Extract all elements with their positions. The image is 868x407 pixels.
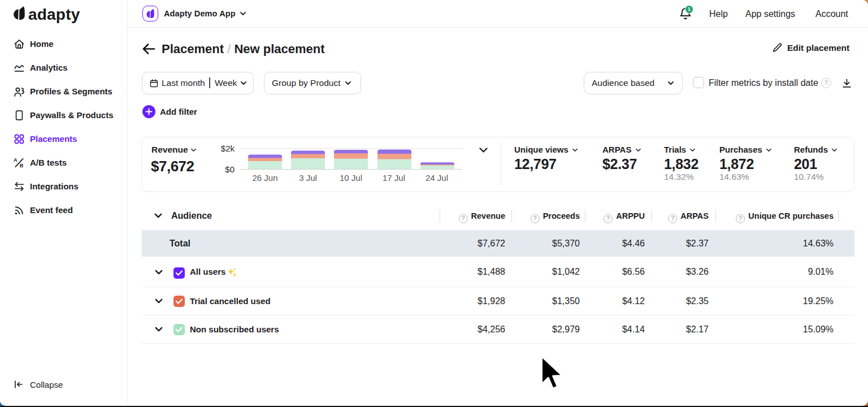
- svg-text:B: B: [20, 163, 24, 168]
- svg-text:A: A: [14, 157, 18, 163]
